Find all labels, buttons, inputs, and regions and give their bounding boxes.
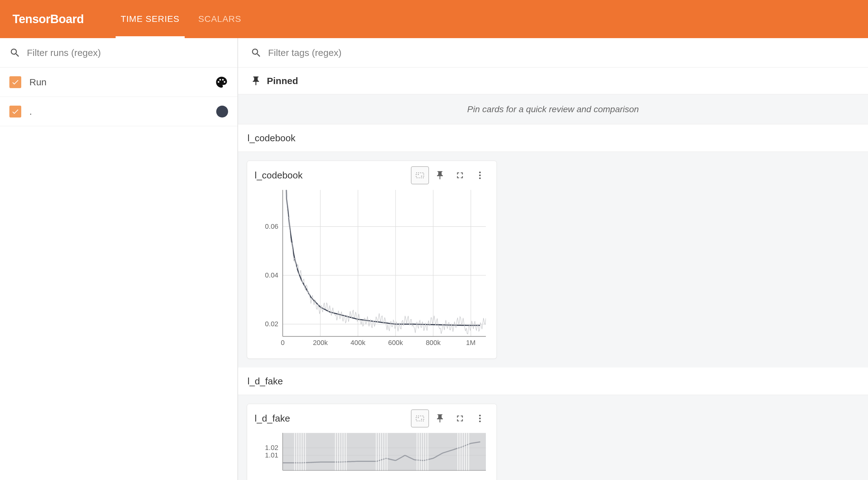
svg-text:0.02: 0.02 (265, 320, 278, 328)
tag-filter-input[interactable] (268, 48, 856, 58)
svg-rect-51 (421, 433, 422, 470)
svg-rect-39 (335, 433, 336, 470)
svg-text:0.06: 0.06 (265, 222, 278, 230)
pin-icon[interactable] (431, 409, 449, 427)
fullscreen-icon[interactable] (451, 166, 469, 184)
svg-rect-50 (380, 433, 381, 470)
svg-rect-67 (468, 433, 469, 470)
search-icon (251, 47, 262, 58)
svg-rect-38 (294, 433, 295, 470)
svg-text:1.02: 1.02 (265, 444, 278, 452)
svg-text:1M: 1M (466, 339, 475, 347)
svg-rect-61 (426, 433, 426, 470)
svg-rect-59 (344, 433, 344, 470)
svg-rect-44 (337, 433, 338, 470)
svg-rect-63 (305, 433, 306, 470)
svg-point-1 (418, 174, 419, 175)
svg-rect-48 (299, 433, 299, 470)
svg-text:200k: 200k (313, 339, 328, 347)
svg-rect-58 (303, 433, 304, 470)
fit-domain-icon[interactable] (411, 409, 429, 427)
logo: TensorBoard (12, 12, 84, 26)
main-content: Pinned Pin cards for a quick review and … (238, 38, 868, 480)
svg-text:0: 0 (281, 339, 285, 347)
svg-rect-41 (417, 433, 417, 470)
pin-icon (251, 76, 261, 86)
svg-text:800k: 800k (426, 339, 441, 347)
pinned-header[interactable]: Pinned (238, 67, 868, 94)
card-l_d_fake: l_d_fake (247, 404, 497, 480)
runs-header-label: Run (29, 77, 215, 88)
svg-rect-66 (428, 433, 428, 470)
section-header-l_codebook[interactable]: l_codebook (238, 124, 868, 152)
svg-text:600k: 600k (388, 339, 403, 347)
chart-l_codebook[interactable]: 0200k400k600k800k1M0.020.040.06 (247, 190, 496, 358)
header-tabs: TIME SERIES SCALARS (111, 0, 251, 38)
search-icon (9, 47, 21, 58)
card-title: l_codebook (255, 170, 411, 181)
svg-point-5 (479, 178, 480, 179)
svg-text:1.01: 1.01 (265, 451, 278, 459)
run-row[interactable]: . (0, 97, 238, 126)
svg-rect-42 (458, 433, 458, 470)
svg-point-28 (418, 417, 419, 418)
chart-l_d_fake[interactable]: 1.011.02 (247, 433, 496, 480)
svg-text:400k: 400k (350, 339, 366, 347)
svg-point-3 (479, 172, 480, 173)
section-header-l_d_fake[interactable]: l_d_fake (238, 367, 868, 395)
run-checkbox[interactable] (9, 106, 21, 118)
runs-sidebar: Run . (0, 38, 238, 480)
svg-rect-27 (416, 416, 424, 421)
fullscreen-icon[interactable] (451, 409, 469, 427)
runs-filter-input[interactable] (27, 48, 228, 58)
svg-point-29 (421, 419, 422, 420)
svg-point-2 (421, 176, 422, 177)
svg-rect-55 (382, 433, 383, 470)
pinned-empty-message: Pin cards for a quick review and compari… (238, 94, 868, 124)
pinned-label: Pinned (267, 76, 298, 86)
fit-domain-icon[interactable] (411, 166, 429, 184)
run-name: . (29, 106, 216, 117)
svg-rect-49 (339, 433, 340, 470)
tag-filter-row (238, 38, 868, 67)
svg-rect-57 (464, 433, 465, 470)
card-l_codebook: l_codebook (247, 161, 497, 359)
tab-scalars[interactable]: SCALARS (189, 0, 251, 38)
app-header: TensorBoard TIME SERIES SCALARS (0, 0, 868, 38)
svg-rect-43 (297, 433, 297, 470)
pin-icon[interactable] (431, 166, 449, 184)
svg-point-30 (479, 415, 480, 416)
svg-rect-0 (416, 173, 424, 178)
svg-point-32 (479, 421, 480, 422)
svg-rect-47 (460, 433, 460, 470)
svg-rect-52 (462, 433, 462, 470)
palette-icon[interactable] (215, 76, 228, 89)
svg-rect-65 (387, 433, 388, 470)
tab-time-series[interactable]: TIME SERIES (111, 0, 189, 38)
runs-filter-row (0, 38, 238, 67)
run-color-dot[interactable] (216, 106, 228, 118)
card-title: l_d_fake (255, 413, 411, 424)
svg-rect-56 (423, 433, 424, 470)
svg-point-31 (479, 418, 480, 419)
svg-rect-46 (419, 433, 420, 470)
svg-rect-45 (378, 433, 379, 470)
svg-rect-53 (301, 433, 302, 470)
svg-rect-64 (346, 433, 346, 470)
runs-header-row: Run (0, 67, 238, 97)
svg-rect-62 (466, 433, 467, 470)
select-all-checkbox[interactable] (9, 76, 21, 88)
svg-point-4 (479, 174, 480, 176)
svg-rect-60 (384, 433, 385, 470)
more-icon[interactable] (471, 409, 489, 427)
svg-text:0.04: 0.04 (265, 271, 278, 279)
more-icon[interactable] (471, 166, 489, 184)
svg-rect-40 (376, 433, 376, 470)
svg-rect-54 (342, 433, 342, 470)
